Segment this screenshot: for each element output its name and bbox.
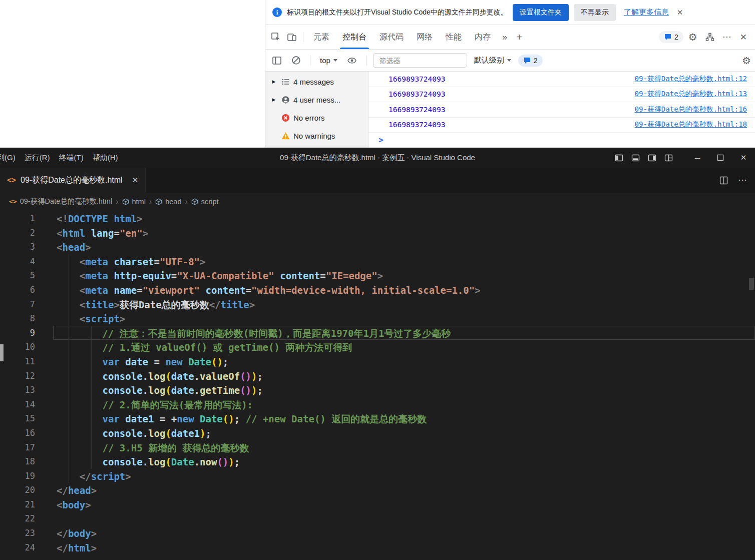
devtools-tab[interactable]: 性能 [439, 25, 468, 49]
line-number: 2 [0, 226, 35, 240]
line-number: 4 [0, 254, 35, 269]
devtools-settings-icon[interactable]: ⚙ [688, 32, 697, 42]
code-text: </html> [53, 540, 755, 555]
code-line[interactable]: 9 // 注意：不是当前时间的毫秒数(时间戳)，而是距离1970年1月1号过了多… [0, 326, 755, 340]
code-line[interactable]: 18 console.log(Date.now()); [0, 454, 755, 469]
code-line[interactable]: 16 console.log(date1); [0, 426, 755, 440]
notification-close-icon[interactable]: ✕ [674, 6, 686, 19]
breadcrumb-item[interactable]: html [122, 198, 146, 206]
devtools-tab[interactable]: 元素 [307, 25, 336, 49]
console-sidebar-item[interactable]: No warnings [265, 127, 368, 145]
devtools-tab[interactable]: 源代码 [373, 25, 410, 49]
editor-scrollbar[interactable] [749, 278, 754, 290]
console-sidebar-item[interactable]: ▶4 messages [265, 73, 368, 91]
console-source-link[interactable]: 09-获得Date总的毫秒数.html:18 [635, 120, 747, 129]
code-line[interactable]: 7 <title>获得Date总的毫秒数</title> [0, 297, 755, 312]
close-button[interactable]: ✕ [732, 148, 755, 168]
console-filter-input[interactable] [373, 53, 467, 68]
breadcrumb-item[interactable]: script [191, 198, 219, 206]
set-root-folder-button[interactable]: 设置根文件夹 [513, 4, 569, 21]
code-line[interactable]: 4 <meta charset="UTF-8"> [0, 254, 755, 269]
code-line[interactable]: 22 [0, 511, 755, 526]
code-text: // 2.简单的写法(最常用的写法): [53, 397, 755, 412]
code-text: <script> [53, 311, 755, 326]
toggle-panel-icon[interactable] [627, 148, 644, 168]
console-source-link[interactable]: 09-获得Date总的毫秒数.html:16 [635, 105, 747, 114]
console-settings-icon[interactable]: ⚙ [742, 56, 751, 66]
code-line[interactable]: 3<head> [0, 240, 755, 254]
minimize-button[interactable]: ─ [686, 148, 709, 168]
breadcrumb: <>09-获得Date总的毫秒数.html›html›head›script [0, 193, 755, 210]
symbol-cube-icon [122, 198, 129, 205]
code-line[interactable]: 8 <script> [0, 311, 755, 326]
toggle-sidebar-icon[interactable] [611, 148, 627, 168]
inspect-element-icon[interactable] [268, 30, 283, 45]
console-toolbar: top 默认级别 2 ⚙ [265, 50, 755, 72]
menubar-item[interactable]: 运行(R) [20, 148, 55, 168]
code-line[interactable]: 6 <meta name="viewport" content="width=d… [0, 283, 755, 297]
console-context-selector[interactable]: top [317, 55, 340, 66]
tab-close-icon[interactable]: ✕ [132, 176, 139, 185]
divider [303, 32, 303, 42]
learn-more-link[interactable]: 了解更多信息 [624, 8, 669, 17]
console-prompt[interactable]: > [368, 133, 755, 145]
code-line[interactable]: 12 console.log(date.valueOf()); [0, 369, 755, 383]
split-editor-icon[interactable] [719, 176, 728, 185]
devtools-close-icon[interactable]: ✕ [737, 32, 750, 43]
more-tabs-icon[interactable]: » [498, 32, 511, 43]
console-source-link[interactable]: 09-获得Date总的毫秒数.html:13 [635, 90, 747, 99]
device-toolbar-icon[interactable] [284, 30, 299, 45]
menubar-item[interactable]: 转到(G) [0, 148, 20, 168]
devtools-tab[interactable]: 网络 [410, 25, 439, 49]
code-text: console.log(date.valueOf()); [53, 369, 755, 383]
log-level-selector[interactable]: 默认级别 [471, 55, 514, 66]
console-log-value: 1669893724093 [389, 90, 446, 98]
breadcrumb-item[interactable]: <>09-获得Date总的毫秒数.html [9, 197, 112, 206]
code-line[interactable]: 11 var date = new Date(); [0, 354, 755, 369]
code-line[interactable]: 5 <meta http-equiv="X-UA-Compatible" con… [0, 268, 755, 283]
editor-tab[interactable]: <> 09-获得Date总的毫秒数.html ✕ [0, 168, 146, 193]
devtools-tab[interactable]: 控制台 [336, 25, 373, 49]
issues-bubble-icon [523, 57, 531, 65]
code-line[interactable]: 2<html lang="en"> [0, 226, 755, 240]
code-text: console.log(Date.now()); [53, 454, 755, 469]
code-line[interactable]: 15 var date1 = +new Date(); // +new Date… [0, 411, 755, 426]
code-line[interactable]: 17 // 3.H5 新增的 获得总的毫秒数 [0, 440, 755, 455]
console-sidebar-item[interactable]: No errors [265, 109, 368, 127]
code-text: <title>获得Date总的毫秒数</title> [53, 297, 755, 312]
code-line[interactable]: 1<!DOCTYPE html> [0, 211, 755, 226]
menubar-item[interactable]: 终端(T) [55, 148, 88, 168]
toolbar-issues-counter[interactable]: 2 [518, 55, 543, 67]
devtools-tab[interactable]: 内存 [468, 25, 497, 49]
add-tab-icon[interactable]: + [512, 31, 526, 43]
divider [366, 56, 366, 66]
list-icon [281, 77, 290, 86]
code-line[interactable]: 24</html> [0, 540, 755, 555]
breadcrumb-item[interactable]: head [155, 198, 181, 206]
clear-console-icon[interactable] [288, 53, 303, 68]
console-source-link[interactable]: 09-获得Date总的毫秒数.html:12 [635, 75, 747, 84]
code-line[interactable]: 21<body> [0, 497, 755, 512]
console-output: 166989372409309-获得Date总的毫秒数.html:1216698… [368, 72, 755, 148]
code-line[interactable]: 13 console.log(date.getTime()); [0, 383, 755, 397]
devtools-more-menu-icon[interactable]: ⋯ [722, 32, 732, 43]
toggle-secondary-sidebar-icon[interactable] [644, 148, 660, 168]
console-sidebar-item[interactable]: ▶4 user mess... [265, 91, 368, 109]
editor-more-actions-icon[interactable]: ⋯ [738, 175, 747, 186]
console-sidebar-toggle-icon[interactable] [269, 53, 284, 68]
live-expression-icon[interactable] [344, 53, 359, 68]
console-log-value: 1669893724093 [389, 75, 446, 83]
issues-counter[interactable]: 2 [659, 31, 683, 43]
customize-layout-icon[interactable] [660, 148, 677, 168]
dont-show-again-button[interactable]: 不再显示 [574, 4, 616, 21]
code-line[interactable]: 19 </script> [0, 469, 755, 483]
code-line[interactable]: 23</body> [0, 526, 755, 540]
code-line[interactable]: 14 // 2.简单的写法(最常用的写法): [0, 397, 755, 412]
code-line[interactable]: 10 // 1.通过 valueOf() 或 getTime() 两种方法可得到 [0, 340, 755, 354]
chevron-down-icon [333, 59, 337, 62]
dock-options-icon[interactable] [702, 30, 717, 45]
code-editor[interactable]: 1<!DOCTYPE html>2<html lang="en">3<head>… [0, 210, 755, 560]
menubar-item[interactable]: 帮助(H) [88, 148, 123, 168]
code-line[interactable]: 20</head> [0, 483, 755, 497]
maximize-button[interactable] [709, 148, 732, 168]
